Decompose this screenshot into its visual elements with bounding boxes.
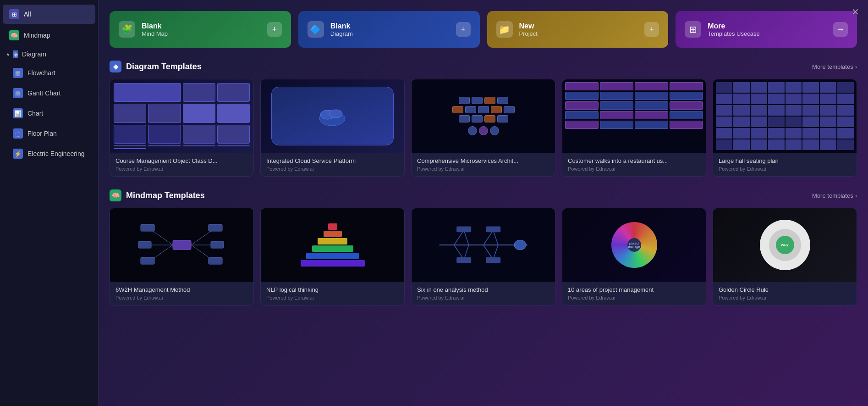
blank-mindmap-card[interactable]: 🧩 Blank Mind Map + xyxy=(110,11,291,48)
diagram-more-label: More templates xyxy=(812,63,853,70)
template-info-seating: Large hall seating plan Powered by Edraw… xyxy=(713,153,857,176)
close-button[interactable]: ✕ xyxy=(849,6,862,18)
blank-diagram-add-icon[interactable]: + xyxy=(456,22,471,37)
blank-mindmap-title: Blank xyxy=(142,22,168,30)
template-powered-micro: Powered by Edraw.ai xyxy=(417,166,549,172)
template-powered-seating: Powered by Edraw.ai xyxy=(719,166,851,172)
template-thumb-customer xyxy=(562,79,706,153)
template-card-six[interactable]: Six in one analysis method Powered by Ed… xyxy=(411,208,555,306)
template-info-customer: Customer walks into a restaurant us... P… xyxy=(562,153,706,176)
template-info-6w2h: 6W2H Management Method Powered by Edraw.… xyxy=(110,282,253,305)
svg-rect-14 xyxy=(211,241,224,248)
sidebar-item-floor-label: Floor Plan xyxy=(27,130,57,137)
template-thumb-cloud xyxy=(261,79,404,153)
mindmap-more-templates[interactable]: More templates › xyxy=(812,192,857,199)
template-powered-golden: Powered by Edraw.ai xyxy=(719,295,851,300)
template-name-six: Six in one analysis method xyxy=(417,286,549,293)
blank-mindmap-subtitle: Mind Map xyxy=(142,30,168,37)
template-powered-cloud: Powered by Edraw.ai xyxy=(266,166,399,172)
template-name-cloud: Integrated Cloud Service Platform xyxy=(266,157,399,164)
template-powered-wheel: Powered by Edraw.ai xyxy=(568,295,700,300)
template-card-wheel[interactable]: project manage 10 areas of project manag… xyxy=(562,208,706,306)
template-thumb-wheel: project manage xyxy=(562,208,706,282)
template-name-micro: Comprehensive Microservices Archit... xyxy=(417,157,549,164)
mindmap-template-grid: 6W2H Management Method Powered by Edraw.… xyxy=(110,208,857,306)
svg-line-19 xyxy=(464,230,469,245)
chart-icon: 📊 xyxy=(13,108,23,118)
template-thumb-nlp xyxy=(261,208,404,282)
template-name-seating: Large hall seating plan xyxy=(719,157,851,164)
svg-point-2 xyxy=(330,110,342,118)
sidebar-item-mindmap[interactable]: 🧠 Mindmap xyxy=(3,26,95,45)
mindmap-section-header: 🧠 Mindmap Templates More templates › xyxy=(110,189,857,201)
template-card-course-mgmt[interactable]: Course Management Object Class D... Powe… xyxy=(110,79,254,177)
diagram-more-templates[interactable]: More templates › xyxy=(812,63,857,70)
template-name-golden: Golden Circle Rule xyxy=(719,286,851,293)
sidebar: ⊞ All 🧠 Mindmap ∨ ◈ Diagram ▦ Flowchart … xyxy=(0,0,99,406)
template-card-6w2h[interactable]: 6W2H Management Method Powered by Edraw.… xyxy=(110,208,254,306)
sidebar-item-flowchart[interactable]: ▦ Flowchart xyxy=(6,63,95,83)
new-project-subtitle: Project xyxy=(519,30,538,37)
svg-rect-10 xyxy=(141,224,154,231)
svg-rect-28 xyxy=(486,226,500,232)
svg-rect-29 xyxy=(486,257,500,263)
template-card-micro[interactable]: Comprehensive Microservices Archit... Po… xyxy=(411,79,555,177)
template-name-customer: Customer walks into a restaurant us... xyxy=(568,157,700,164)
quick-cards: 🧩 Blank Mind Map + 🔷 Blank Diagram + 📁 xyxy=(110,11,857,48)
template-card-golden[interactable]: WHY Golden Circle Rule Powered by Edraw.… xyxy=(713,208,857,306)
sidebar-group-diagram-label: Diagram xyxy=(22,50,46,58)
template-info-six: Six in one analysis method Powered by Ed… xyxy=(412,282,555,305)
sidebar-item-floor[interactable]: ⬚ Floor Plan xyxy=(6,124,95,143)
template-thumb-course xyxy=(110,79,253,153)
blank-diagram-card[interactable]: 🔷 Blank Diagram + xyxy=(298,11,480,48)
sidebar-item-electric[interactable]: ⚡ Electric Engineering xyxy=(6,144,95,163)
svg-point-30 xyxy=(514,240,526,250)
template-powered-6w2h: Powered by Edraw.ai xyxy=(115,295,248,300)
svg-line-18 xyxy=(454,230,464,245)
svg-line-23 xyxy=(493,230,498,245)
svg-rect-3 xyxy=(173,240,191,250)
template-info-cloud: Integrated Cloud Service Platform Powere… xyxy=(261,153,404,176)
template-name-6w2h: 6W2H Management Method xyxy=(115,286,248,293)
more-templates-title: More xyxy=(708,22,759,30)
svg-rect-11 xyxy=(138,241,151,248)
sidebar-item-gantt[interactable]: ▤ Gantt Chart xyxy=(6,83,95,103)
diagram-section-header: ◈ Diagram Templates More templates › xyxy=(110,61,857,72)
svg-rect-27 xyxy=(456,257,471,263)
mindmap-icon: 🧠 xyxy=(9,30,19,40)
template-info-golden: Golden Circle Rule Powered by Edraw.ai xyxy=(713,282,857,305)
sidebar-item-chart[interactable]: 📊 Chart xyxy=(6,104,95,123)
svg-rect-12 xyxy=(141,257,154,264)
sidebar-item-all[interactable]: ⊞ All xyxy=(3,5,95,24)
svg-rect-15 xyxy=(209,257,222,264)
diagram-icon: ◈ xyxy=(13,50,18,58)
more-templates-arrow-icon[interactable]: → xyxy=(833,22,848,37)
template-card-nlp[interactable]: NLP logical thinking Powered by Edraw.ai xyxy=(260,208,405,306)
chevron-right-icon-2: › xyxy=(855,192,857,199)
sidebar-item-all-label: All xyxy=(24,11,31,18)
blank-diagram-icon: 🔷 xyxy=(308,21,324,38)
sidebar-sub-items: ▦ Flowchart ▤ Gantt Chart 📊 Chart ⬚ Floo… xyxy=(0,62,98,164)
new-project-icon: 📁 xyxy=(496,21,513,38)
svg-rect-26 xyxy=(456,226,471,232)
svg-rect-13 xyxy=(209,224,222,231)
mindmap-section-title: Mindmap Templates xyxy=(126,191,205,200)
new-project-add-icon[interactable]: + xyxy=(644,22,659,37)
template-thumb-6w2h xyxy=(110,208,253,282)
template-thumb-golden: WHY xyxy=(713,208,857,282)
template-powered-customer: Powered by Edraw.ai xyxy=(568,166,700,172)
template-card-customer[interactable]: Customer walks into a restaurant us... P… xyxy=(562,79,706,177)
template-card-cloud[interactable]: Integrated Cloud Service Platform Powere… xyxy=(260,79,405,177)
template-info-nlp: NLP logical thinking Powered by Edraw.ai xyxy=(261,282,404,305)
more-templates-icon: ⊞ xyxy=(685,21,701,38)
sidebar-item-mindmap-label: Mindmap xyxy=(24,32,50,39)
blank-mindmap-add-icon[interactable]: + xyxy=(267,22,282,37)
more-templates-usecase-card[interactable]: ⊞ More Templates Usecase → xyxy=(676,11,857,48)
sidebar-group-diagram[interactable]: ∨ ◈ Diagram xyxy=(0,46,98,62)
new-project-card[interactable]: 📁 New Project + xyxy=(487,11,669,48)
electric-icon: ⚡ xyxy=(13,149,23,159)
template-info-micro: Comprehensive Microservices Archit... Po… xyxy=(412,153,555,176)
svg-line-22 xyxy=(483,230,493,245)
template-card-seating[interactable]: Large hall seating plan Powered by Edraw… xyxy=(713,79,857,177)
template-thumb-micro xyxy=(412,79,555,153)
